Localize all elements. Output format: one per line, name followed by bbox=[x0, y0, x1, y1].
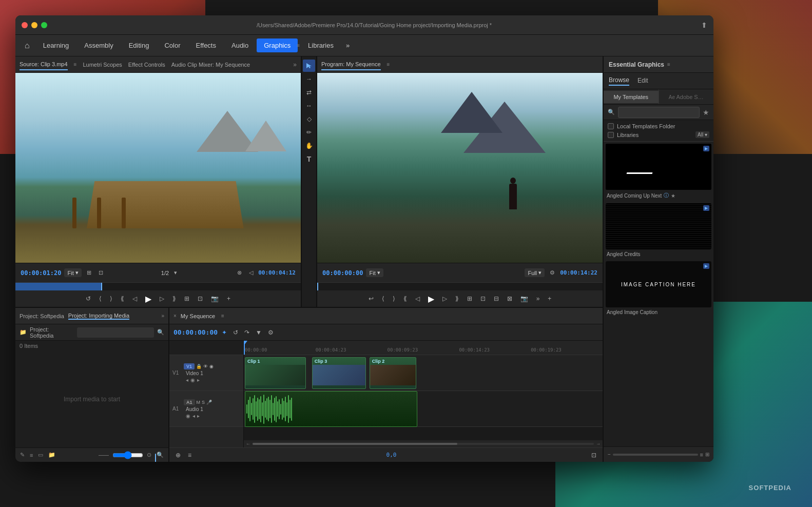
a1-next[interactable]: ▸ bbox=[197, 413, 200, 419]
prog-lift-btn[interactable]: ⊞ bbox=[465, 294, 474, 303]
source-camera-btn[interactable]: 📷 bbox=[209, 294, 221, 303]
home-button[interactable]: ⌂ bbox=[20, 38, 35, 53]
a1-record[interactable]: 🎤 bbox=[206, 400, 212, 405]
eg-sub-tab-my-templates[interactable]: My Templates bbox=[604, 91, 659, 103]
prog-mark-out[interactable]: ⟩ bbox=[391, 294, 397, 303]
v1-prev[interactable]: ◂ bbox=[186, 377, 188, 383]
menu-item-assembly[interactable]: Assembly bbox=[77, 38, 120, 52]
v1-lock[interactable]: 🔒 bbox=[196, 364, 202, 369]
prog-play-btn[interactable]: ▶ bbox=[426, 293, 436, 305]
tl-end-btn[interactable]: ⊡ bbox=[589, 451, 598, 460]
source-fit-dropdown[interactable]: Fit ▾ bbox=[64, 268, 81, 277]
program-playhead[interactable] bbox=[317, 283, 318, 290]
tab-program[interactable]: Program: My Sequence bbox=[321, 59, 381, 70]
prog-step-fwd[interactable]: ▷ bbox=[440, 294, 449, 303]
source-play-btn[interactable]: ▶ bbox=[143, 293, 153, 305]
libraries-checkbox[interactable] bbox=[608, 132, 614, 138]
pen-tool[interactable]: ✏ bbox=[303, 126, 315, 139]
source-mark-in[interactable]: ⟨ bbox=[97, 294, 104, 303]
tl-zoom-in[interactable]: ← bbox=[246, 441, 250, 446]
prog-mark-in[interactable]: ⟨ bbox=[380, 294, 386, 303]
template-angled-coming-up-next[interactable]: ▶ Angled Coming Up Next ⓘ ★ bbox=[606, 144, 711, 199]
v1-eye[interactable]: 👁 bbox=[203, 364, 208, 369]
tab-audio-mixer[interactable]: Audio Clip Mixer: My Sequence bbox=[171, 60, 250, 70]
project-tabs-more[interactable]: » bbox=[161, 313, 164, 319]
menu-item-editing[interactable]: Editing bbox=[122, 38, 157, 52]
menu-item-learning[interactable]: Learning bbox=[36, 38, 76, 52]
hand-tool[interactable]: ✋ bbox=[303, 140, 315, 152]
eg-sort-btn[interactable]: ≡ bbox=[700, 452, 703, 458]
template-1-star[interactable]: ★ bbox=[671, 193, 675, 199]
eg-tab-edit[interactable]: Edit bbox=[637, 77, 648, 85]
source-in-btn[interactable]: ◁ bbox=[247, 268, 255, 277]
source-step-fwd[interactable]: ▷ bbox=[158, 294, 166, 303]
ripple-edit-tool[interactable]: ⇄ bbox=[303, 86, 315, 99]
eg-search-input[interactable] bbox=[618, 107, 700, 118]
source-go-prev[interactable]: ⟪ bbox=[119, 294, 126, 303]
eg-zoom-slider[interactable] bbox=[613, 454, 698, 456]
tl-bottom-settings[interactable]: ≡ bbox=[186, 451, 194, 460]
eg-zoom-out[interactable]: − bbox=[608, 452, 611, 457]
source-loop-btn[interactable]: ↺ bbox=[84, 294, 93, 303]
proj-sort[interactable]: ⊙ bbox=[145, 451, 153, 459]
program-tab-menu[interactable]: ≡ bbox=[387, 62, 390, 67]
program-timeline-bar[interactable] bbox=[317, 282, 603, 290]
local-templates-checkbox[interactable] bbox=[608, 123, 614, 129]
proj-folder[interactable]: 📁 bbox=[47, 451, 57, 459]
menu-item-effects[interactable]: Effects bbox=[188, 38, 223, 52]
eg-favorites-btn[interactable]: ★ bbox=[703, 108, 709, 116]
clip-3[interactable]: Clip 3 bbox=[312, 357, 366, 389]
prog-settings-btn[interactable]: ⚙ bbox=[548, 268, 557, 277]
program-quality-dropdown[interactable]: Full ▾ bbox=[525, 268, 545, 277]
source-mark-out[interactable]: ⟩ bbox=[108, 294, 114, 303]
timeline-content[interactable]: 00:00:00 00:00:04:23 00:00:09:23 00:00:1… bbox=[244, 341, 603, 447]
prog-go-prev[interactable]: ⟪ bbox=[401, 294, 409, 303]
tab-lumetri[interactable]: Lumetri Scopes bbox=[83, 60, 122, 70]
program-fit-dropdown[interactable]: Fit ▾ bbox=[366, 268, 383, 277]
source-page-btn[interactable]: ▾ bbox=[172, 268, 179, 277]
a1-solo[interactable]: S bbox=[202, 400, 205, 405]
tab-my-sequence[interactable]: My Sequence bbox=[181, 313, 215, 319]
eg-install-btn[interactable]: ⊞ bbox=[705, 452, 709, 457]
eg-tab-browse[interactable]: Browse bbox=[609, 76, 629, 86]
tl-snap-btn[interactable]: ▼ bbox=[254, 328, 264, 337]
tl-redo-btn[interactable]: ↷ bbox=[242, 328, 252, 337]
menu-item-audio[interactable]: Audio bbox=[224, 38, 256, 52]
project-search-icon[interactable]: 🔍 bbox=[157, 329, 164, 336]
prog-loop-btn[interactable]: ↩ bbox=[366, 294, 376, 303]
prog-more-btn[interactable]: » bbox=[534, 294, 542, 303]
menu-more-button[interactable]: » bbox=[342, 38, 354, 52]
prog-extract-btn[interactable]: ⊡ bbox=[478, 294, 488, 303]
prog-add-btn[interactable]: + bbox=[546, 294, 553, 303]
tl-undo-btn[interactable]: ↺ bbox=[231, 328, 240, 337]
source-extract-btn[interactable]: ⊡ bbox=[96, 268, 105, 277]
prog-compare-btn[interactable]: ⊠ bbox=[505, 294, 514, 303]
type-tool[interactable]: T bbox=[303, 153, 315, 165]
source-tabs-more[interactable]: » bbox=[293, 61, 297, 68]
menu-item-libraries[interactable]: Libraries bbox=[301, 38, 341, 52]
audio-track-row[interactable] bbox=[244, 391, 603, 427]
libraries-select[interactable]: All ▾ bbox=[695, 131, 709, 138]
close-button[interactable] bbox=[22, 22, 28, 28]
minimize-button[interactable] bbox=[31, 22, 37, 28]
tl-add-track[interactable]: ⊕ bbox=[173, 451, 183, 460]
prog-trim-btn[interactable]: ⊟ bbox=[492, 294, 501, 303]
source-marker-btn[interactable]: ⊗ bbox=[235, 268, 244, 277]
source-timeline-bar[interactable] bbox=[15, 282, 301, 290]
menu-item-color[interactable]: Color bbox=[157, 38, 187, 52]
proj-list-view[interactable]: ≡ bbox=[28, 451, 34, 459]
v1-solo[interactable]: ◉ bbox=[209, 364, 214, 369]
audio-clip[interactable] bbox=[245, 391, 417, 427]
eg-sub-tab-adobe-stock[interactable]: Ae Adobe S… bbox=[659, 91, 714, 103]
source-overwrite-btn[interactable]: ⊡ bbox=[196, 294, 205, 303]
source-go-next[interactable]: ⟫ bbox=[170, 294, 178, 303]
proj-search-btn[interactable]: 🔍 bbox=[155, 451, 165, 459]
a1-mute[interactable]: M bbox=[197, 400, 201, 405]
source-step-back[interactable]: ◁ bbox=[130, 294, 139, 303]
clip-2[interactable]: Clip 2 bbox=[370, 357, 416, 389]
v1-next[interactable]: ▸ bbox=[197, 377, 200, 383]
track-select-tool[interactable]: → bbox=[303, 73, 315, 85]
timeline-tab-menu[interactable]: ≡ bbox=[221, 313, 224, 319]
template-angled-credits[interactable]: ▶ Angled Credits bbox=[606, 203, 711, 257]
tl-zoom-out[interactable]: → bbox=[596, 441, 601, 446]
